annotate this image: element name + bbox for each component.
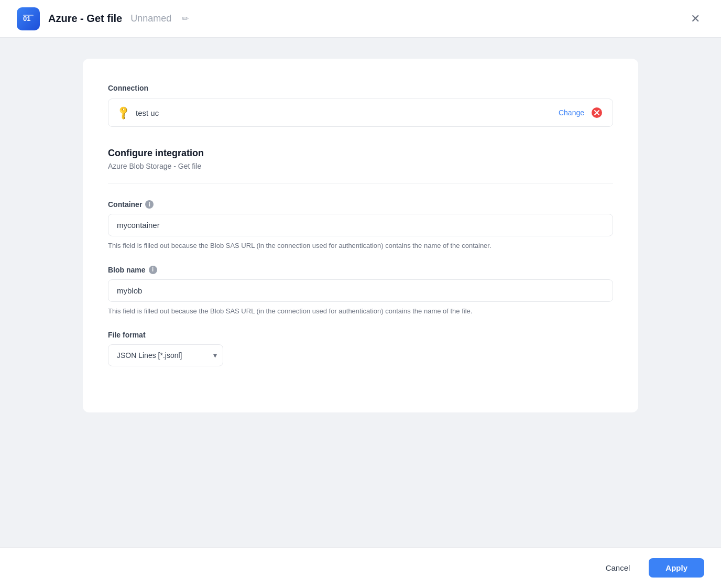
container-label: Container i	[108, 200, 613, 209]
connection-section: Connection 🔑 test uc Change	[108, 84, 613, 127]
modal-header: 01 Azure - Get file Unnamed ✏ ✕	[0, 0, 721, 38]
connection-name-label: test uc	[136, 108, 159, 117]
close-icon: ✕	[691, 12, 700, 26]
file-format-select-wrapper: JSON Lines [*.jsonl] CSV JSON Parquet ▾	[108, 344, 223, 366]
connection-left: 🔑 test uc	[118, 107, 159, 118]
section-divider	[108, 183, 613, 183]
remove-connection-button[interactable]	[591, 106, 603, 119]
configure-title: Configure integration	[108, 148, 613, 159]
key-icon: 🔑	[115, 104, 132, 121]
header-left: 01 Azure - Get file Unnamed ✏	[17, 7, 191, 30]
configure-section: Configure integration Azure Blob Storage…	[108, 148, 613, 366]
modal-body: Connection 🔑 test uc Change	[0, 38, 721, 547]
blob-name-field-section: Blob name i This field is filled out bec…	[108, 266, 613, 317]
container-input[interactable]	[108, 214, 613, 236]
svg-rect-2	[23, 15, 34, 16]
content-card: Connection 🔑 test uc Change	[83, 59, 638, 412]
close-button[interactable]: ✕	[686, 8, 704, 30]
modal-footer: Cancel Apply	[0, 547, 721, 588]
app-icon: 01	[17, 7, 40, 30]
connection-section-label: Connection	[108, 84, 613, 92]
file-format-select[interactable]: JSON Lines [*.jsonl] CSV JSON Parquet	[108, 344, 223, 366]
blob-name-info-icon[interactable]: i	[149, 266, 157, 274]
container-info-icon[interactable]: i	[145, 200, 154, 209]
change-connection-button[interactable]: Change	[559, 108, 584, 117]
unnamed-label: Unnamed	[130, 13, 171, 24]
blob-name-label: Blob name i	[108, 266, 613, 274]
cancel-button[interactable]: Cancel	[595, 558, 641, 578]
container-field-section: Container i This field is filled out bec…	[108, 200, 613, 251]
blob-name-input[interactable]	[108, 279, 613, 302]
edit-icon: ✏	[182, 14, 189, 24]
container-hint: This field is filled out because the Blo…	[108, 241, 613, 251]
connection-right: Change	[559, 106, 603, 119]
file-format-field-section: File format JSON Lines [*.jsonl] CSV JSO…	[108, 331, 613, 366]
app-icon-text: 01	[21, 10, 36, 27]
edit-title-button[interactable]: ✏	[180, 12, 191, 26]
file-format-label: File format	[108, 331, 613, 339]
apply-button[interactable]: Apply	[649, 558, 704, 578]
page-title: Azure - Get file	[48, 13, 122, 25]
configure-subtitle: Azure Blob Storage - Get file	[108, 162, 613, 170]
connection-box: 🔑 test uc Change	[108, 99, 613, 127]
blob-name-hint: This field is filled out because the Blo…	[108, 306, 613, 317]
